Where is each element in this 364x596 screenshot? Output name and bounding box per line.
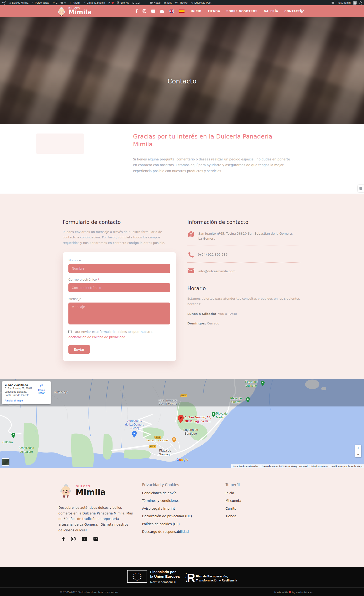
restaurant-pin-icon[interactable]	[172, 437, 176, 444]
nav-galeria[interactable]: GALERÍA	[264, 9, 278, 13]
stats-sparkline-icon[interactable]	[132, 1, 140, 4]
email-input[interactable]	[68, 283, 170, 292]
link-descargo[interactable]: Descargo de responsabilidad	[142, 530, 204, 534]
beach-pin-icon[interactable]	[246, 397, 250, 403]
nav-sobre-nosotros[interactable]: SOBRE NOSOTROS	[226, 9, 258, 13]
feedback-icon[interactable]	[332, 2, 334, 4]
adminbar-edit-page[interactable]: ✎ Editar la página	[83, 1, 105, 4]
logo-mimila: Mimila	[68, 9, 91, 15]
avatar[interactable]	[353, 1, 357, 5]
eu-funded-text: Financiado porla Unión Europea NextGener…	[150, 570, 179, 584]
form-intro: Puedes enviarnos un mensaje a través de …	[63, 229, 170, 246]
adminbar-notes[interactable]: Notas	[150, 1, 161, 4]
enlarge-map-link[interactable]: Ampliar el mapa	[5, 399, 33, 402]
google-logo[interactable]: Google	[176, 458, 188, 462]
svg-text:★: ★	[185, 577, 186, 579]
link-declaracion-privacidad[interactable]: Declaración de privacidad (UE)	[142, 514, 204, 518]
destination-pin-icon[interactable]	[178, 415, 184, 424]
facebook-icon[interactable]	[62, 537, 65, 541]
map-label-antoncojo: Antoncojo	[54, 390, 68, 394]
adminbar-site-name[interactable]: ⌂ Dulces Mimila	[9, 1, 28, 4]
zoom-in-button[interactable]: +	[355, 445, 361, 451]
adminbar-duplicate-post[interactable]: ⧉ Duplicate Post	[191, 1, 211, 4]
instagram-icon[interactable]	[71, 537, 75, 541]
message-textarea[interactable]	[68, 303, 170, 324]
map-label-playa-santiago: Playa de Santiago	[152, 449, 178, 456]
adminbar-seo[interactable]: ⚑	[108, 1, 114, 4]
terms-link[interactable]: Términos de uso	[309, 465, 330, 468]
beach-pin-icon[interactable]	[261, 381, 265, 387]
wordpress-logo-icon[interactable]: W	[2, 1, 6, 5]
link-condiciones-envio[interactable]: Condiciones de envío	[142, 491, 204, 495]
adminbar-customize[interactable]: ✎ Personalizar	[31, 1, 49, 4]
svg-text:★: ★	[140, 578, 141, 580]
divider	[0, 588, 364, 588]
adminbar-new[interactable]: ＋ Añadir	[69, 1, 80, 4]
name-input[interactable]	[68, 264, 170, 273]
link-carrito[interactable]: Carrito	[225, 507, 273, 510]
privacy-checkbox[interactable]	[68, 330, 72, 333]
instagram-icon[interactable]	[142, 9, 146, 13]
nav-inicio[interactable]: INICIO	[191, 9, 201, 13]
grandma-logo-icon	[57, 6, 67, 16]
link-mi-cuenta[interactable]: Mi cuenta	[225, 499, 273, 503]
flag-uk-icon[interactable]	[169, 9, 174, 13]
adminbar-wp-rocket[interactable]: WP Rocket	[175, 1, 188, 4]
airport-pin-icon[interactable]: ✈	[132, 431, 137, 439]
directions-button[interactable]: Cómo llegar	[35, 383, 48, 402]
eu-stars-icon: ★★★★★★★★★★★★	[132, 571, 142, 582]
widget-icon	[359, 187, 362, 190]
home-icon: ⌂	[9, 1, 11, 4]
cart-icon[interactable]	[300, 9, 304, 13]
footer-logo[interactable]: DULCES Mimila	[58, 483, 106, 498]
adminbar-imagify[interactable]: Imagify	[163, 1, 172, 4]
report-problem-link[interactable]: Notificar un problema de Maps	[330, 465, 364, 468]
svg-text:★: ★	[134, 572, 136, 574]
email-row: info@dulcesmimila.com	[187, 268, 300, 274]
adminbar-comments[interactable]: 0	[60, 1, 66, 4]
beach-pin-icon[interactable]	[212, 412, 215, 418]
email-text[interactable]: info@dulcesmimila.com	[198, 268, 235, 274]
google-g-icon: G	[117, 1, 119, 4]
adminbar-account[interactable]: Hola, admin	[337, 1, 351, 4]
link-tienda[interactable]: Tienda	[225, 514, 273, 518]
divider	[187, 262, 300, 263]
youtube-icon[interactable]	[82, 537, 87, 541]
youtube-icon[interactable]	[151, 9, 155, 13]
map-label-acantilados: Acantilados de Alajeró	[13, 446, 39, 454]
park-pin-icon[interactable]	[11, 433, 15, 439]
svg-text:★: ★	[134, 579, 136, 581]
flag-spain-icon[interactable]	[179, 9, 185, 13]
site-logo[interactable]: DULCES Mimila	[57, 6, 91, 16]
email-icon[interactable]	[160, 10, 164, 13]
search-icon[interactable]	[359, 1, 362, 4]
accessibility-widget[interactable]	[358, 185, 364, 192]
facebook-icon[interactable]	[135, 9, 138, 13]
satellite-view-toggle[interactable]	[2, 458, 9, 466]
keyboard-shortcuts-link[interactable]: Combinaciones de teclas	[231, 465, 260, 468]
eu-flag-logo: ★★★★★★★★★★★★	[127, 570, 147, 583]
wp-admin-bar: W ⌂ Dulces Mimila ✎ Personalizar ↻ 2 0 ＋…	[0, 0, 364, 5]
link-politica-cookies[interactable]: Política de cookies (UE)	[142, 522, 204, 526]
svg-text:★: ★	[140, 576, 141, 578]
road-badge-gm3: GM-3	[180, 394, 187, 397]
grandma-logo-icon	[58, 483, 73, 498]
zoom-out-button[interactable]: −	[355, 451, 361, 457]
map-card-title: C. San Juanito, 65	[5, 383, 33, 386]
email-icon[interactable]	[93, 537, 98, 541]
phone-text[interactable]: (+34) 922 895 286	[198, 251, 227, 257]
adminbar-updates[interactable]: ↻ 2	[52, 1, 57, 4]
footer-social	[62, 537, 98, 541]
link-aviso-legal[interactable]: Aviso Legal / Imprint	[142, 507, 204, 510]
privacy-policy-link[interactable]: declaración de Política de privacidad	[68, 335, 125, 339]
google-map[interactable]: Antoncojo GM-3 URB. PUEBLO DON THOMAS Pl…	[0, 379, 364, 468]
link-terminos[interactable]: Términos y condiciones	[142, 499, 204, 503]
nav-tienda[interactable]: TIENDA	[208, 9, 220, 13]
adminbar-sitekit[interactable]: G Site Kit	[117, 1, 128, 4]
submit-button[interactable]: Enviar	[68, 345, 90, 354]
credits-link[interactable]: by variavista.es	[291, 591, 313, 594]
link-inicio[interactable]: Inicio	[225, 491, 273, 495]
svg-text:✈: ✈	[133, 432, 135, 435]
svg-text:R: R	[187, 571, 194, 584]
footer-logo-mimila: Mimila	[75, 488, 106, 496]
